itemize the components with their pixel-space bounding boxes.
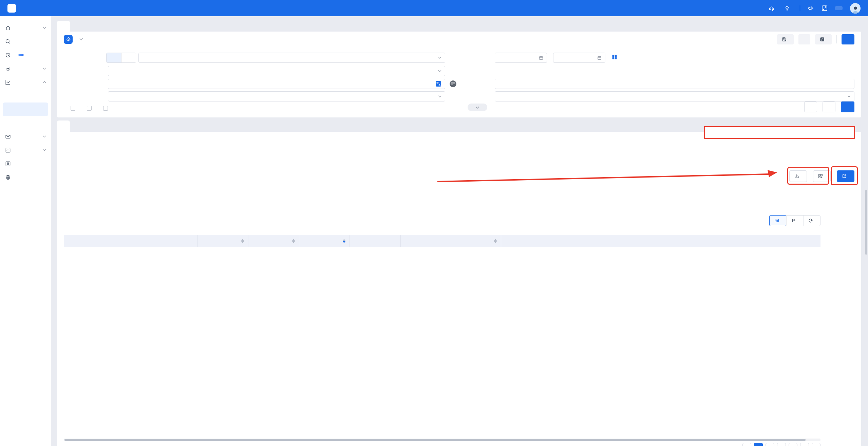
merge-download-icon [818,174,823,179]
customer-service-link[interactable] [769,5,777,11]
chevron-down-icon [438,95,441,97]
page-5-button[interactable] [800,443,809,446]
exclude-words-icon[interactable] [449,80,457,88]
search-header-buttons [777,34,854,44]
chevron-down-icon [43,68,46,70]
sidebar-item-tendata-bi[interactable] [0,143,51,157]
mail-icon [5,134,11,140]
sidebar-item-my-account[interactable] [0,21,51,35]
date-from-input[interactable] [495,53,547,63]
import-icon [794,174,799,179]
collapse-panel-icon [820,37,825,42]
col-kg-weight[interactable] [197,235,248,247]
prev-page-button[interactable] [742,443,751,446]
sidebar-item-trade-records[interactable] [0,89,51,103]
user-avatar[interactable] [850,3,861,14]
tab-global-search[interactable] [57,21,70,32]
global-search-icon [64,35,73,44]
expand-more-button[interactable] [468,104,487,111]
main-area: 中A [51,16,868,446]
data-source-select[interactable] [138,53,445,63]
scrollbar-thumb[interactable] [64,439,806,441]
annotation-arrow [57,132,861,220]
fullscreen-icon[interactable] [822,5,828,11]
chevron-down-icon[interactable] [79,38,83,40]
announcement-icon[interactable] [808,5,814,12]
view-ranking-button[interactable] [786,216,803,226]
hs-code-input[interactable] [495,79,854,89]
sort-icon-active-desc[interactable] [343,239,345,243]
globe-icon [5,174,11,180]
sidebar-item-t-crm[interactable] [0,157,51,170]
col-usd-total[interactable] [299,235,350,247]
search-panel-header [57,32,861,47]
page-1-button[interactable] [754,443,763,446]
product-desc-input[interactable]: 中A [108,79,445,89]
sort-icon[interactable] [494,239,497,243]
topnav-divider [800,5,800,11]
quick-options-link[interactable] [612,55,619,59]
advanced-search-button[interactable] [842,34,854,44]
language-switch[interactable] [835,6,843,10]
import-to-crm-button[interactable] [789,170,807,182]
checkbox-icon [87,106,92,111]
col-usd-per-kg [350,235,400,247]
page-2-button[interactable] [766,443,774,446]
col-usd-per-qty [400,235,451,247]
checkbox-filter-blank-exporter[interactable] [87,106,94,111]
page-4-button[interactable] [789,443,797,446]
export-icon [842,174,847,179]
export-button[interactable] [837,170,854,182]
reset-button[interactable] [823,101,835,112]
origin-country-select[interactable] [108,91,445,101]
translate-icon[interactable]: 中A [435,81,441,87]
col-trade-count[interactable] [451,235,501,247]
sidebar-item-data-hub[interactable] [0,75,51,89]
view-detail-button[interactable] [769,215,787,226]
sidebar-item-insight[interactable] [0,48,51,62]
logo-mark-icon [7,4,16,13]
sidebar-item-data-update[interactable] [0,116,51,130]
calendar-icon [539,56,543,60]
view-share-button[interactable] [803,216,820,226]
hide-conditions-button[interactable] [815,34,832,44]
favorite-conditions-button[interactable] [798,34,810,44]
tab-importer-summary-report[interactable] [57,120,70,132]
sidebar-item-eco-apps[interactable] [0,170,51,184]
page-3-button[interactable] [777,443,786,446]
chevron-down-icon [438,70,441,72]
date-to-input[interactable] [553,53,605,63]
destination-select[interactable] [495,91,854,101]
next-page-button[interactable] [812,443,820,446]
checkbox-filter-logistics[interactable] [103,106,111,111]
export-toggle[interactable] [121,53,136,62]
search-panel: 中A [57,32,861,117]
line-chart-icon [5,79,11,85]
col-quantity[interactable] [248,235,299,247]
checkbox-filter-blank-importer[interactable] [71,106,78,111]
history-button[interactable] [777,34,794,44]
annotation-download-limit [704,126,855,139]
sidebar-item-cloud-mail[interactable] [0,130,51,143]
report-type-select[interactable] [108,66,445,76]
chevron-up-icon [43,81,46,83]
horizontal-scrollbar[interactable] [64,439,820,441]
col-importer [64,235,197,247]
sort-icon[interactable] [241,239,244,243]
page-vertical-scrollbar[interactable] [865,190,867,255]
sort-icon[interactable] [292,239,295,243]
sidebar-item-analysis-report[interactable] [3,103,48,116]
tendata-logo[interactable] [7,4,18,13]
report-actions [789,170,854,182]
search-button[interactable] [841,101,854,112]
topnav [769,3,861,14]
merge-download-button[interactable] [813,170,831,182]
academy-link[interactable] [784,5,792,11]
save-favorite-button[interactable] [804,101,817,112]
chevron-down-icon [43,149,46,151]
import-toggle[interactable] [107,53,121,62]
sidebar-item-radar[interactable] [0,62,51,75]
sidebar-item-discovery[interactable] [0,35,51,48]
chevron-down-icon [43,135,46,137]
bulb-icon [784,5,790,11]
